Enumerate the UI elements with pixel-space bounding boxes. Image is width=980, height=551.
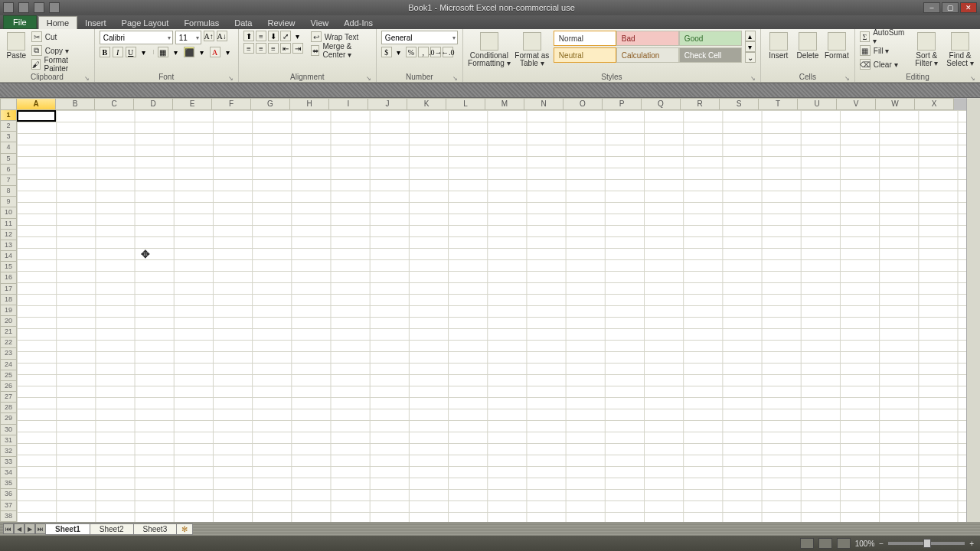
italic-button[interactable]: I (113, 47, 123, 57)
inc-decimal-icon[interactable]: .0→ (430, 47, 441, 57)
tab-home[interactable]: Home (38, 16, 77, 29)
col-header-O[interactable]: O (564, 98, 603, 110)
style-neutral[interactable]: Neutral (554, 47, 616, 63)
row-header-3[interactable]: 3 (0, 132, 17, 142)
row-header-5[interactable]: 5 (0, 154, 17, 165)
borders-button[interactable]: ▦ (158, 47, 168, 57)
conditional-formatting-button[interactable]: Conditional Formatting ▾ (468, 31, 511, 67)
view-layout-icon[interactable] (818, 538, 832, 549)
col-header-H[interactable]: H (290, 98, 329, 110)
redo-icon[interactable] (49, 2, 60, 13)
undo-icon[interactable] (34, 2, 44, 13)
col-header-X[interactable]: X (915, 98, 954, 110)
align-left-icon[interactable]: ≡ (243, 43, 254, 54)
row-header-36[interactable]: 36 (0, 489, 17, 500)
excel-icon[interactable] (3, 2, 14, 13)
row-header-6[interactable]: 6 (0, 165, 17, 175)
merge-center-button[interactable]: ⬌Merge & Center ▾ (311, 44, 371, 57)
sheet-nav-last-icon[interactable]: ⏭ (35, 523, 46, 534)
format-painter-button[interactable]: 🖌Format Painter (31, 58, 90, 70)
col-header-A[interactable]: A (17, 98, 56, 110)
underline-button[interactable]: U (126, 47, 136, 57)
row-header-32[interactable]: 32 (0, 446, 17, 457)
style-good[interactable]: Good (679, 31, 742, 46)
col-header-G[interactable]: G (251, 98, 290, 110)
col-header-L[interactable]: L (446, 98, 485, 110)
clear-button[interactable]: ⌫Clear ▾ (860, 58, 908, 70)
decrease-font-icon[interactable]: A↓ (217, 31, 227, 41)
col-header-D[interactable]: D (134, 98, 173, 110)
row-header-8[interactable]: 8 (0, 186, 17, 197)
percent-icon[interactable]: % (406, 47, 416, 57)
row-header-23[interactable]: 23 (0, 348, 17, 359)
row-header-9[interactable]: 9 (0, 197, 17, 207)
row-header-29[interactable]: 29 (0, 413, 17, 424)
row-header-18[interactable]: 18 (0, 295, 17, 305)
row-header-30[interactable]: 30 (0, 425, 17, 435)
currency-icon[interactable]: $ (381, 47, 392, 57)
col-header-J[interactable]: J (368, 98, 407, 110)
font-name-combo[interactable]: Calibri (100, 31, 173, 44)
file-tab[interactable]: File (3, 15, 37, 29)
sheet-nav-next-icon[interactable]: ▶ (24, 523, 35, 534)
format-cells-button[interactable]: Format (824, 31, 850, 60)
autosum-button[interactable]: ΣAutoSum ▾ (860, 31, 908, 43)
row-header-28[interactable]: 28 (0, 403, 17, 413)
row-header-1[interactable]: 1 (0, 110, 17, 121)
col-header-V[interactable]: V (837, 98, 876, 110)
sheet-tab-2[interactable]: Sheet2 (90, 523, 134, 535)
row-header-2[interactable]: 2 (0, 121, 17, 132)
row-header-14[interactable]: 14 (0, 251, 17, 262)
sheet-tab-1[interactable]: Sheet1 (45, 523, 90, 535)
col-header-K[interactable]: K (407, 98, 446, 110)
style-bad[interactable]: Bad (616, 31, 679, 46)
row-header-37[interactable]: 37 (0, 500, 17, 511)
copy-button[interactable]: ⧉Copy ▾ (31, 44, 90, 57)
row-header-10[interactable]: 10 (0, 207, 17, 218)
row-header-21[interactable]: 21 (0, 327, 17, 337)
style-calculation[interactable]: Calculation (616, 47, 679, 63)
col-header-Q[interactable]: Q (642, 98, 681, 110)
scroll-up-button[interactable] (966, 98, 980, 110)
tab-review[interactable]: Review (260, 17, 302, 29)
fill-color-button[interactable]: ⬛ (184, 47, 194, 57)
font-size-combo[interactable]: 11 (175, 31, 201, 44)
col-header-W[interactable]: W (876, 98, 915, 110)
fill-button[interactable]: ▦Fill ▾ (860, 44, 908, 57)
row-header-7[interactable]: 7 (0, 175, 17, 186)
insert-cells-button[interactable]: Insert (766, 31, 792, 60)
col-header-U[interactable]: U (798, 98, 837, 110)
insert-sheet-button[interactable]: ✻ (176, 523, 193, 535)
dec-decimal-icon[interactable]: ←.0 (443, 47, 453, 57)
col-header-N[interactable]: N (524, 98, 564, 110)
row-header-19[interactable]: 19 (0, 305, 17, 316)
row-header-13[interactable]: 13 (0, 240, 17, 251)
paste-button[interactable]: Paste (5, 31, 28, 60)
indent-inc-icon[interactable]: ⇥ (292, 43, 303, 54)
col-header-B[interactable]: B (56, 98, 95, 110)
zoom-slider[interactable] (888, 542, 965, 545)
zoom-in-button[interactable]: + (969, 540, 974, 548)
col-header-S[interactable]: S (720, 98, 759, 110)
col-header-P[interactable]: P (603, 98, 642, 110)
view-normal-icon[interactable] (800, 538, 814, 549)
row-header-31[interactable]: 31 (0, 435, 17, 446)
row-header-24[interactable]: 24 (0, 360, 17, 370)
col-header-F[interactable]: F (212, 98, 251, 110)
maximize-button[interactable]: ▢ (942, 2, 959, 13)
align-bottom-icon[interactable]: ⬇ (268, 31, 279, 41)
orientation-icon[interactable]: ⤢ (280, 31, 291, 41)
vertical-scrollbar[interactable] (966, 110, 980, 522)
font-color-button[interactable]: A (210, 47, 220, 57)
worksheet-grid[interactable]: 1234567891011121314151617181920212223242… (0, 110, 980, 522)
cells-area[interactable]: ✥ (17, 110, 966, 522)
number-format-combo[interactable]: General (381, 31, 458, 44)
bold-button[interactable]: B (100, 47, 110, 57)
col-header-R[interactable]: R (681, 98, 720, 110)
indent-dec-icon[interactable]: ⇤ (280, 43, 291, 54)
minimize-button[interactable]: – (923, 2, 940, 13)
row-header-25[interactable]: 25 (0, 370, 17, 381)
row-header-15[interactable]: 15 (0, 262, 17, 272)
tab-data[interactable]: Data (227, 17, 260, 29)
row-header-12[interactable]: 12 (0, 230, 17, 240)
